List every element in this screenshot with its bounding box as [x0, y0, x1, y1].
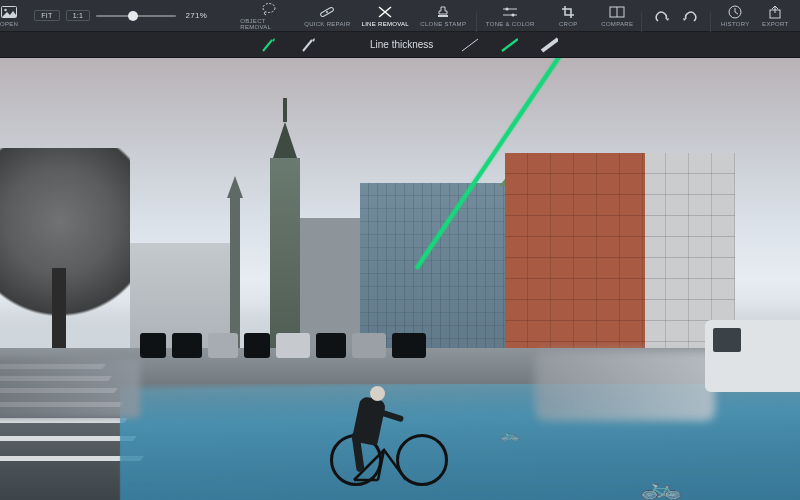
image-canvas[interactable]: 🚲 🚲	[0, 58, 800, 500]
tool-quick-repair[interactable]: QUICK REPAIR	[298, 0, 356, 32]
zoom-fit-button[interactable]: FIT	[34, 10, 59, 21]
export-button[interactable]: EXPORT	[755, 0, 795, 32]
photo-car	[392, 333, 426, 358]
photo-car	[316, 333, 346, 358]
bandage-icon	[319, 4, 335, 20]
history-icon	[728, 4, 742, 20]
bike-lane-marking: 🚲	[639, 477, 683, 500]
svg-point-1	[4, 9, 6, 11]
toolbar-sep	[641, 12, 642, 32]
svg-line-17	[303, 40, 312, 51]
redo-button[interactable]	[676, 0, 706, 32]
svg-point-9	[506, 7, 509, 10]
toolbar-sep	[710, 12, 711, 32]
brush-mode-group	[260, 36, 318, 54]
tool-tone-color-label: TONE & COLOR	[486, 21, 535, 27]
photo-tree	[0, 148, 130, 358]
tool-line-removal-label: LINE REMOVAL	[362, 21, 410, 27]
tool-crop[interactable]: CROP	[539, 0, 597, 32]
stamp-icon	[436, 4, 450, 20]
tools-cluster: OBJECT REMOVAL QUICK REPAIR LINE REMOVAL…	[240, 0, 597, 32]
compare-label: COMPARE	[601, 21, 633, 27]
export-icon	[768, 4, 782, 20]
tool-tone-color[interactable]: TONE & COLOR	[481, 0, 539, 32]
svg-point-2	[263, 4, 275, 13]
svg-line-18	[462, 39, 478, 51]
sliders-icon	[502, 4, 518, 20]
zoom-value: 271%	[182, 11, 210, 20]
thickness-group	[460, 36, 558, 54]
photo-cyclist	[330, 374, 450, 494]
building-glass	[360, 183, 510, 358]
photo-car	[352, 333, 386, 358]
options-bar: Line thickness	[0, 32, 800, 58]
photo-van	[705, 320, 800, 392]
brush-mode-remove[interactable]	[300, 36, 318, 54]
building-clocktower	[270, 158, 300, 358]
right-cluster: COMPARE HISTORY EXPORT	[597, 0, 795, 32]
bike-lane-marking: 🚲	[500, 430, 520, 441]
zoom-group: FIT 1:1 271%	[34, 10, 210, 21]
lasso-icon	[261, 1, 277, 17]
photo-buildings	[0, 118, 800, 358]
rider-body	[352, 396, 387, 446]
svg-line-16	[263, 40, 272, 51]
redo-icon	[683, 8, 699, 24]
history-label: HISTORY	[721, 21, 750, 27]
svg-point-11	[512, 13, 515, 16]
tool-quick-repair-label: QUICK REPAIR	[304, 21, 350, 27]
building-brick	[505, 153, 735, 358]
tool-crop-label: CROP	[559, 21, 578, 27]
photo-car	[244, 333, 270, 358]
undo-button[interactable]	[646, 0, 676, 32]
tool-object-removal[interactable]: OBJECT REMOVAL	[240, 0, 298, 32]
photo-blur-car-left	[0, 358, 140, 418]
open-label: OPEN	[0, 21, 18, 27]
main-toolbar: OPEN FIT 1:1 271% OBJECT REMOVAL QUICK R…	[0, 0, 800, 32]
svg-point-4	[326, 11, 328, 13]
svg-line-20	[542, 39, 558, 51]
photo-car	[276, 333, 310, 358]
svg-line-19	[502, 39, 518, 51]
undo-icon	[653, 8, 669, 24]
zoom-1to1-button[interactable]: 1:1	[66, 10, 91, 21]
photo-car	[208, 333, 238, 358]
photo-car	[140, 333, 166, 358]
open-button[interactable]: OPEN	[0, 0, 18, 32]
tool-line-removal[interactable]: LINE REMOVAL	[356, 0, 414, 32]
brush-mode-add[interactable]	[260, 36, 278, 54]
toolbar-sep	[476, 12, 477, 32]
photo-car	[172, 333, 202, 358]
thickness-thin[interactable]	[460, 36, 478, 54]
photo-blur-car-right	[535, 351, 715, 421]
thickness-thick[interactable]	[540, 36, 558, 54]
zoom-slider-knob[interactable]	[128, 11, 138, 21]
rider-head	[370, 386, 385, 401]
tool-clone-stamp[interactable]: CLONE STAMP	[414, 0, 472, 32]
line-removal-icon	[377, 4, 393, 20]
tool-clone-stamp-label: CLONE STAMP	[420, 21, 466, 27]
svg-rect-7	[438, 15, 448, 17]
image-icon	[1, 4, 17, 20]
thickness-label: Line thickness	[370, 39, 433, 50]
crop-icon	[561, 4, 575, 20]
zoom-slider[interactable]	[96, 15, 176, 17]
compare-button[interactable]: COMPARE	[597, 0, 637, 32]
tool-object-removal-label: OBJECT REMOVAL	[240, 18, 298, 30]
compare-icon	[609, 4, 625, 20]
thickness-medium[interactable]	[500, 36, 518, 54]
export-label: EXPORT	[762, 21, 788, 27]
history-button[interactable]: HISTORY	[715, 0, 755, 32]
